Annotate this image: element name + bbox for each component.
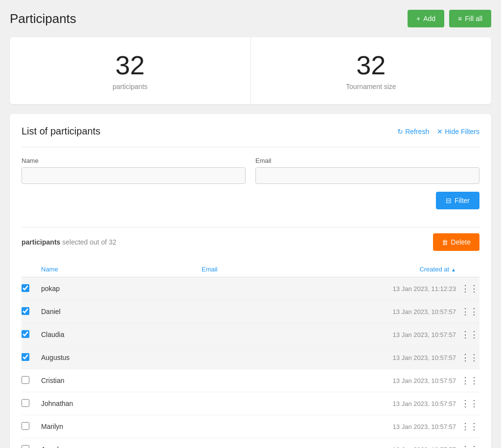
page-container: Participants Add Fill all 32 participant… — [0, 0, 501, 448]
row-checkbox[interactable] — [22, 284, 29, 292]
name-filter-input[interactable] — [22, 167, 246, 184]
filter-button[interactable]: Filter — [436, 192, 479, 209]
row-more-button[interactable]: ⋮ — [460, 375, 479, 386]
row-checkbox-cell[interactable] — [22, 284, 41, 293]
participants-count: 32 — [20, 51, 241, 80]
participants-stat: 32 participants — [10, 37, 251, 104]
row-more-button[interactable]: ⋮ — [460, 352, 479, 363]
row-name: Angelo — [41, 446, 202, 448]
filter-icon — [446, 197, 452, 204]
table-header: Name Email Created at — [22, 262, 479, 277]
filter-actions: Filter — [22, 192, 479, 217]
hide-filters-button[interactable]: Hide Filters — [437, 128, 479, 135]
trash-icon — [442, 238, 448, 246]
selection-text: participants — [22, 238, 60, 246]
email-filter-label: Email — [255, 157, 479, 164]
row-more-button[interactable]: ⋮ — [460, 444, 479, 448]
row-checkbox[interactable] — [22, 307, 29, 315]
plus-icon — [416, 15, 420, 22]
fill-all-button[interactable]: Fill all — [449, 10, 491, 27]
table-row: Claudia 13 Jan 2023, 10:57:57 ⋮ — [22, 323, 479, 346]
row-more-button[interactable]: ⋮ — [460, 329, 479, 340]
tournament-size-stat: 32 Tournament size — [251, 37, 492, 104]
created-at-column-header[interactable]: Created at — [362, 266, 460, 273]
row-name: Marilyn — [41, 423, 202, 430]
row-checkbox[interactable] — [22, 330, 29, 338]
row-checkbox-cell[interactable] — [22, 353, 41, 362]
table-row: pokap 13 Jan 2023, 11:12:23 ⋮ — [22, 277, 479, 300]
refresh-icon — [397, 128, 403, 135]
row-checkbox-cell[interactable] — [22, 330, 41, 339]
row-name: pokap — [41, 285, 202, 292]
name-column-header[interactable]: Name — [41, 266, 202, 273]
table-row: Daniel 13 Jan 2023, 10:57:57 ⋮ — [22, 300, 479, 323]
row-checkbox-cell[interactable] — [22, 399, 41, 408]
row-more-button[interactable]: ⋮ — [460, 283, 479, 294]
stats-row: 32 participants 32 Tournament size — [10, 37, 491, 104]
row-checkbox-cell[interactable] — [22, 422, 41, 431]
row-name: Claudia — [41, 331, 202, 338]
row-checkbox-cell[interactable] — [22, 376, 41, 385]
table-row: Marilyn 13 Jan 2023, 10:57:57 ⋮ — [22, 415, 479, 438]
row-date: 13 Jan 2023, 10:57:57 — [362, 308, 460, 315]
more-icon: ⋮ — [461, 283, 478, 294]
row-checkbox[interactable] — [22, 399, 29, 407]
more-icon: ⋮ — [461, 306, 478, 317]
row-more-button[interactable]: ⋮ — [460, 398, 479, 409]
selection-count: selected out of 32 — [62, 238, 116, 246]
row-date: 13 Jan 2023, 10:57:57 — [362, 354, 460, 361]
row-name: Daniel — [41, 308, 202, 315]
selection-bar: participants selected out of 32 Delete — [22, 227, 479, 257]
row-checkbox[interactable] — [22, 353, 29, 361]
row-more-button[interactable]: ⋮ — [460, 306, 479, 317]
close-icon — [437, 128, 443, 135]
row-name: Augustus — [41, 354, 202, 361]
email-filter-field: Email — [255, 157, 479, 184]
row-name: Johnathan — [41, 400, 202, 407]
selection-info: participants selected out of 32 — [22, 238, 116, 246]
row-checkbox[interactable] — [22, 376, 29, 384]
table-row: Johnathan 13 Jan 2023, 10:57:57 ⋮ — [22, 392, 479, 415]
name-filter-field: Name — [22, 157, 246, 184]
tournament-size-count: 32 — [261, 51, 482, 80]
email-column-header[interactable]: Email — [202, 266, 362, 273]
filter-row: Name Email — [22, 157, 479, 184]
delete-button[interactable]: Delete — [433, 233, 479, 251]
row-checkbox[interactable] — [22, 445, 29, 448]
actions-header-cell — [460, 266, 479, 273]
row-more-button[interactable]: ⋮ — [460, 421, 479, 432]
list-title: List of participants — [22, 126, 100, 137]
more-icon: ⋮ — [461, 398, 478, 409]
tournament-size-label: Tournament size — [261, 83, 482, 90]
more-icon: ⋮ — [461, 329, 478, 340]
row-date: 13 Jan 2023, 10:57:57 — [362, 377, 460, 384]
list-icon — [458, 15, 462, 22]
row-checkbox[interactable] — [22, 422, 29, 430]
more-icon: ⋮ — [461, 421, 478, 432]
list-panel: List of participants Refresh Hide Filter… — [10, 114, 491, 448]
table-row: Angelo 13 Jan 2023, 10:57:57 ⋮ — [22, 438, 479, 448]
refresh-button[interactable]: Refresh — [397, 128, 429, 135]
more-icon: ⋮ — [461, 352, 478, 363]
row-checkbox-cell[interactable] — [22, 307, 41, 316]
row-checkbox-cell[interactable] — [22, 445, 41, 448]
row-date: 13 Jan 2023, 10:57:57 — [362, 331, 460, 338]
table-row: Augustus 13 Jan 2023, 10:57:57 ⋮ — [22, 346, 479, 369]
page-header: Participants Add Fill all — [10, 10, 491, 27]
add-button[interactable]: Add — [408, 10, 444, 27]
table-row: Cristian 13 Jan 2023, 10:57:57 ⋮ — [22, 369, 479, 392]
sort-up-icon — [451, 266, 456, 273]
row-date: 13 Jan 2023, 10:57:57 — [362, 446, 460, 448]
more-icon: ⋮ — [461, 375, 478, 386]
filters-section: Name Email Filter — [22, 147, 479, 227]
name-filter-label: Name — [22, 157, 246, 164]
table-body: pokap 13 Jan 2023, 11:12:23 ⋮ Daniel 13 … — [22, 277, 479, 448]
checkbox-header-cell — [22, 266, 41, 273]
page-title: Participants — [10, 11, 76, 26]
row-date: 13 Jan 2023, 11:12:23 — [362, 285, 460, 292]
email-filter-input[interactable] — [255, 167, 479, 184]
participants-table: Name Email Created at pokap 13 Jan 2023,… — [22, 262, 479, 448]
header-actions: Add Fill all — [408, 10, 491, 27]
row-date: 13 Jan 2023, 10:57:57 — [362, 400, 460, 407]
list-header: List of participants Refresh Hide Filter… — [22, 126, 479, 137]
